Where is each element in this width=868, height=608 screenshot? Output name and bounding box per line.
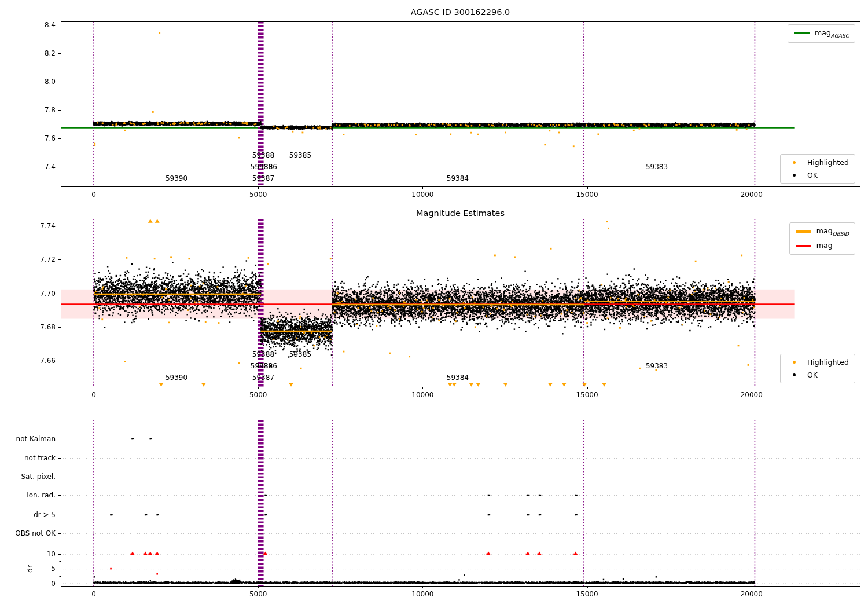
y-tick-label: 8.0 [0,78,56,86]
obsid-annotation: 59390 [153,174,200,182]
dr-tick-label: 10 [0,550,56,558]
x-tick-label: 20000 [734,590,769,598]
flag-category-label: not track [0,454,56,462]
legend-label: magOBSID [816,226,849,237]
legend-entry: OK [786,371,849,379]
x-tick-label: 0 [76,590,111,598]
obsid-annotation: 59384 [435,373,481,382]
y-tick-label: 7.8 [0,106,56,114]
legend-entry: magAGASC [794,28,849,39]
y-tick-label: 8.2 [0,49,56,57]
mag-line-sample [796,245,811,247]
obsid-annotation: 59390 [153,373,200,382]
legend-label: magAGASC [815,28,849,39]
obsid-annotation: 59383 [634,163,680,171]
legend-mag-agasc: magAGASC [788,24,855,43]
legend-label: OK [807,171,818,180]
x-tick-label: 15000 [570,590,605,598]
y-tick-label: 7.66 [0,357,56,365]
x-tick-label: 0 [76,191,111,199]
legend-entry: Highlighted [786,158,849,167]
x-tick-label: 10000 [405,191,440,199]
agasc-magnitude-figure: AGASC ID 300162296.0 Magnitude Estimates… [0,0,868,608]
x-tick-label: 5000 [241,590,275,598]
flag-category-label: dr > 5 [0,511,56,519]
legend-entry: mag [796,241,849,251]
middle-plot-title: Magnitude Estimates [61,208,860,218]
legend-middle-points: Highlighted OK [780,354,855,383]
legend-entry: OK [786,171,849,180]
obsid-annotation: 59386 [243,362,289,370]
flag-category-label: Sat. pixel. [0,473,56,481]
obsid-annotation: 59387 [240,373,286,382]
x-tick-label: 15000 [570,191,605,199]
legend-top-points: Highlighted OK [780,154,855,184]
top-plot-title: AGASC ID 300162296.0 [61,8,860,17]
obsid-annotation: 59383 [634,362,680,370]
legend-entry: magOBSID [796,226,849,237]
x-tick-label: 5000 [241,191,275,199]
obsid-annotation: 59387 [240,174,286,182]
obsid-annotation: 59385 [277,350,323,358]
y-tick-label: 7.74 [0,222,56,230]
y-tick-label: 8.4 [0,21,56,29]
legend-label: Highlighted [807,358,849,367]
legend-label: Highlighted [807,158,849,167]
plots-canvas [0,0,868,608]
x-tick-label: 20000 [734,191,769,199]
y-tick-label: 7.6 [0,134,56,142]
highlighted-dot-sample [793,361,796,364]
y-tick-label: 7.68 [0,323,56,331]
x-tick-label: 0 [76,391,111,399]
mag-obsid-line-sample [796,230,811,233]
x-tick-label: 15000 [570,391,605,399]
x-tick-label: 10000 [405,391,440,399]
obsid-annotation: 59384 [435,174,481,182]
x-tick-label: 10000 [405,590,440,598]
ok-dot-sample [793,373,796,376]
obsid-annotation: 59385 [277,151,323,159]
dr-tick-label: 5 [0,565,56,573]
obsid-annotation: 59386 [243,163,289,171]
flag-category-label: OBS not OK [0,529,56,537]
y-tick-label: 7.4 [0,163,56,171]
legend-label: OK [807,371,818,379]
dr-tick-label: 0 [0,580,56,588]
y-tick-label: 7.72 [0,255,56,263]
flag-category-label: not Kalman [0,435,56,443]
highlighted-dot-sample [793,161,796,164]
legend-entry: Highlighted [786,358,849,367]
legend-label: mag [816,241,833,251]
flag-category-label: Ion. rad. [0,491,56,499]
y-tick-label: 7.70 [0,290,56,298]
ok-dot-sample [793,174,796,177]
mag-agasc-line-sample [794,32,810,34]
x-tick-label: 5000 [241,391,275,399]
legend-mag-obsid: magOBSID mag [789,222,855,255]
x-tick-label: 20000 [734,391,769,399]
